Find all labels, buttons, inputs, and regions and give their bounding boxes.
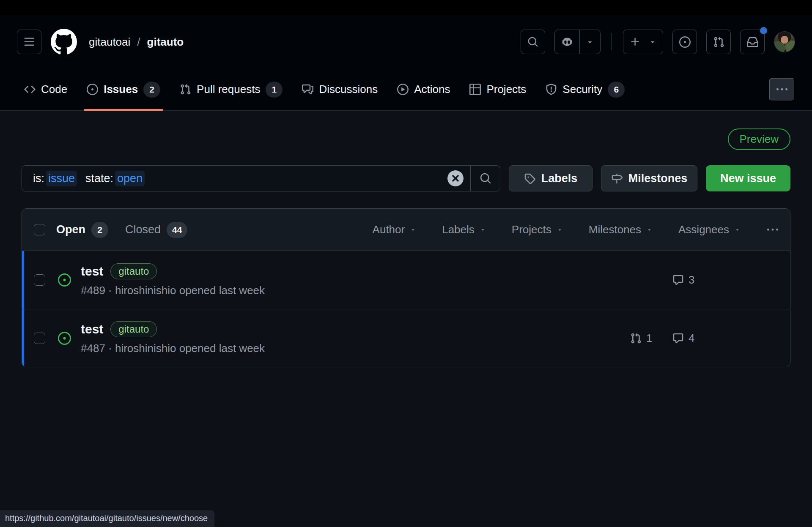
- issues-list: Open 2 Closed 44 Author Labels Projects: [22, 208, 790, 367]
- notifications-inbox-button[interactable]: [740, 30, 765, 54]
- shield-icon: [546, 84, 557, 95]
- filter-label: Labels: [442, 223, 475, 236]
- issue-label-gitauto[interactable]: gitauto: [110, 321, 157, 337]
- filter-label: Milestones: [589, 223, 641, 236]
- tab-label: Security: [562, 83, 602, 96]
- github-logo-icon[interactable]: [51, 29, 77, 55]
- chevron-down-icon: [649, 38, 656, 46]
- issue-checkbox[interactable]: [34, 274, 45, 286]
- hamburger-icon: [24, 36, 35, 47]
- issues-page-content: Preview is:issuestate:open Labels Milest…: [0, 111, 812, 367]
- search-qualifier-value: issue: [46, 171, 77, 186]
- closed-count-badge: 44: [167, 222, 187, 238]
- tab-label: Issues: [104, 83, 138, 96]
- issue-title-link[interactable]: test: [81, 322, 103, 336]
- breadcrumb: gitautoai / gitauto: [89, 35, 184, 49]
- issue-comments-link[interactable]: 4: [672, 332, 715, 345]
- milestones-filter[interactable]: Milestones: [589, 223, 652, 236]
- comment-icon: [672, 274, 684, 286]
- issue-comments-link[interactable]: 3: [672, 273, 715, 287]
- git-pull-request-icon: [180, 84, 191, 95]
- create-new-button[interactable]: [623, 30, 663, 54]
- git-pull-request-icon: [630, 333, 642, 344]
- your-pull-requests-button[interactable]: [706, 30, 731, 54]
- tab-label: Actions: [414, 83, 450, 96]
- git-pull-request-icon: [713, 36, 724, 48]
- open-issues-filter[interactable]: Open 2: [56, 222, 108, 238]
- repo-tab-bar: Code Issues 2 Pull requests 1 Discussion…: [0, 68, 812, 111]
- select-all-checkbox[interactable]: [34, 224, 45, 235]
- tab-security[interactable]: Security 6: [538, 68, 632, 110]
- pr-count: 1: [646, 332, 652, 345]
- issue-label-gitauto[interactable]: gitauto: [110, 263, 157, 279]
- copilot-dropdown[interactable]: [579, 30, 600, 54]
- tab-discussions[interactable]: Discussions: [295, 68, 385, 110]
- clear-search-button[interactable]: [447, 170, 464, 186]
- issue-row-stats: 3: [630, 273, 715, 287]
- chevron-down-icon: [586, 38, 594, 46]
- search-qualifier-key: is:: [33, 172, 44, 185]
- search-icon: [527, 36, 538, 47]
- author-filter[interactable]: Author: [373, 223, 416, 236]
- chevron-down-icon: [735, 227, 740, 232]
- preview-row: Preview: [22, 111, 790, 150]
- filter-label: Assignees: [678, 223, 729, 236]
- tab-issues[interactable]: Issues 2: [80, 68, 167, 110]
- assignees-filter[interactable]: Assignees: [678, 223, 740, 236]
- projects-filter[interactable]: Projects: [512, 223, 562, 236]
- your-issues-button[interactable]: [672, 30, 697, 54]
- header-divider: [612, 33, 612, 50]
- filter-label: Author: [373, 223, 405, 236]
- issues-toolbar: is:issuestate:open Labels Milestones New…: [22, 165, 790, 191]
- global-header: gitautoai / gitauto: [0, 15, 812, 68]
- tab-label: Pull requests: [197, 83, 260, 96]
- search-submit-button[interactable]: [470, 166, 500, 191]
- tab-label: Discussions: [319, 83, 378, 96]
- issue-summary: test gitauto #487 · hiroshinishio opened…: [81, 321, 265, 355]
- linked-pull-requests-link[interactable]: 1: [630, 332, 672, 345]
- create-new-dropdown[interactable]: [647, 30, 663, 54]
- table-row: test gitauto #489 · hiroshinishio opened…: [22, 251, 790, 309]
- global-search-button[interactable]: [521, 30, 545, 54]
- user-avatar[interactable]: [774, 31, 795, 52]
- screen-top-strip: [0, 0, 812, 15]
- milestones-button-label: Milestones: [628, 172, 688, 185]
- copilot-button[interactable]: [554, 30, 601, 54]
- milestones-button[interactable]: Milestones: [601, 165, 697, 191]
- more-tabs-button[interactable]: [769, 78, 795, 101]
- tab-actions[interactable]: Actions: [390, 68, 457, 110]
- chevron-down-icon: [480, 227, 486, 232]
- unread-notification-dot: [760, 27, 767, 34]
- open-label: Open: [56, 223, 85, 236]
- hamburger-menu-button[interactable]: [17, 30, 41, 54]
- plus-icon[interactable]: [623, 30, 647, 54]
- more-filters-button[interactable]: [767, 224, 778, 235]
- issue-row-stats: 1 4: [630, 332, 715, 345]
- tab-pull-requests[interactable]: Pull requests 1: [173, 68, 290, 110]
- search-qualifier-value: open: [115, 171, 145, 186]
- labels-button[interactable]: Labels: [509, 165, 593, 191]
- issues-search-input[interactable]: is:issuestate:open: [22, 165, 500, 191]
- code-icon: [24, 84, 36, 95]
- filter-dropdowns: Author Labels Projects Milestones Assign…: [373, 223, 778, 236]
- preview-button[interactable]: Preview: [728, 128, 790, 150]
- security-count-badge: 6: [608, 82, 625, 98]
- comment-icon: [672, 333, 684, 344]
- issue-checkbox[interactable]: [34, 333, 45, 344]
- issue-title-link[interactable]: test: [81, 264, 103, 279]
- closed-label: Closed: [125, 223, 161, 236]
- tab-label: Code: [41, 83, 67, 96]
- issues-count-badge: 2: [143, 82, 160, 98]
- kebab-horizontal-icon: [767, 224, 778, 235]
- closed-issues-filter[interactable]: Closed 44: [125, 222, 187, 238]
- labels-filter[interactable]: Labels: [442, 223, 486, 236]
- tab-code[interactable]: Code: [17, 68, 74, 110]
- breadcrumb-org-link[interactable]: gitautoai: [89, 35, 130, 49]
- tab-label: Projects: [486, 83, 526, 96]
- tab-projects[interactable]: Projects: [462, 68, 533, 110]
- copilot-icon[interactable]: [555, 30, 579, 54]
- issue-meta: #487 · hiroshinishio opened last week: [81, 342, 265, 355]
- breadcrumb-repo-link[interactable]: gitauto: [147, 35, 184, 49]
- issue-opened-icon: [58, 273, 71, 287]
- new-issue-button[interactable]: New issue: [706, 165, 790, 191]
